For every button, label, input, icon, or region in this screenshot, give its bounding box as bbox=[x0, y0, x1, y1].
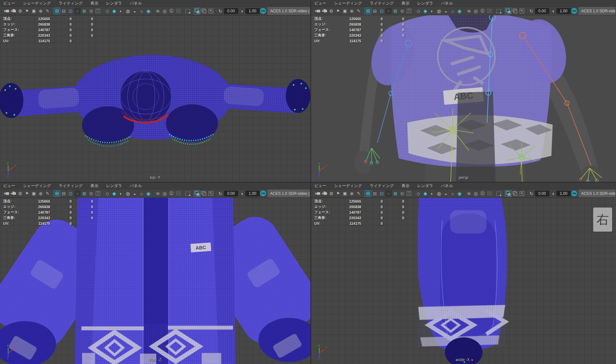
film-gate-icon[interactable] bbox=[372, 190, 378, 197]
resolution-gate-icon[interactable] bbox=[378, 8, 385, 14]
grease-pencil-icon[interactable] bbox=[519, 190, 525, 197]
safe-action-icon[interactable] bbox=[399, 8, 405, 14]
textured-display-icon[interactable] bbox=[118, 8, 124, 14]
head-top-mesh[interactable] bbox=[120, 71, 172, 123]
select-camera-icon[interactable] bbox=[314, 8, 321, 14]
menu-item-3[interactable]: 表示 bbox=[402, 183, 409, 189]
background-swatch-icon[interactable] bbox=[486, 8, 493, 14]
exposure-value-field[interactable]: 0.00 bbox=[535, 8, 549, 14]
exposure-value-field[interactable]: 0.00 bbox=[535, 191, 549, 196]
menu-item-2[interactable]: ライティング bbox=[370, 183, 394, 189]
xray-icon[interactable] bbox=[505, 8, 512, 14]
background-swatch-icon[interactable] bbox=[486, 190, 493, 197]
gamma-icon[interactable] bbox=[239, 8, 245, 14]
camera-attributes-icon[interactable] bbox=[328, 190, 335, 197]
xray-icon[interactable] bbox=[194, 190, 200, 197]
resolution-gate-icon[interactable] bbox=[67, 8, 74, 14]
colorspace-on-toggle[interactable]: ON bbox=[260, 8, 266, 14]
field-chart-icon[interactable] bbox=[392, 8, 399, 14]
exposure-icon[interactable] bbox=[528, 190, 535, 197]
fog-icon[interactable] bbox=[155, 8, 161, 14]
grid-toggle-icon[interactable] bbox=[365, 190, 371, 197]
menu-item-3[interactable]: 表示 bbox=[90, 183, 98, 189]
film-gate-icon[interactable] bbox=[61, 190, 67, 197]
lock-camera-icon[interactable] bbox=[10, 190, 17, 197]
gamma-value-field[interactable]: 1.00 bbox=[245, 8, 260, 14]
pan-zoom-2d-icon[interactable] bbox=[349, 190, 355, 197]
select-camera-icon[interactable] bbox=[3, 190, 10, 197]
exposure-value-field[interactable]: 0.00 bbox=[224, 8, 238, 14]
lock-camera-icon[interactable] bbox=[10, 8, 17, 14]
xray-icon[interactable] bbox=[505, 190, 512, 197]
depth-of-field-icon[interactable] bbox=[161, 190, 168, 197]
exposure-icon[interactable] bbox=[217, 8, 224, 14]
lock-camera-icon[interactable] bbox=[321, 190, 328, 197]
menu-item-2[interactable]: ライティング bbox=[370, 1, 394, 6]
field-chart-icon[interactable] bbox=[81, 8, 88, 14]
colorspace-on-toggle[interactable]: ON bbox=[571, 190, 577, 196]
viewport-front-canvas[interactable]: ABC bbox=[0, 198, 310, 364]
safe-title-icon[interactable] bbox=[95, 8, 101, 14]
oblique-tool-icon[interactable] bbox=[44, 190, 51, 197]
camera-attributes-icon[interactable] bbox=[17, 190, 23, 197]
motion-blur-icon[interactable] bbox=[145, 8, 152, 14]
viewport-persp-canvas[interactable]: ABC bbox=[311, 15, 616, 182]
textured-display-icon[interactable] bbox=[429, 8, 435, 14]
menu-item-0[interactable]: ビュー bbox=[3, 183, 15, 189]
menu-item-4[interactable]: レンダラ bbox=[106, 1, 122, 6]
gamma-icon[interactable] bbox=[239, 190, 245, 197]
menu-item-2[interactable]: ライティング bbox=[59, 183, 83, 189]
xray-joints-icon[interactable] bbox=[512, 8, 518, 14]
safe-action-icon[interactable] bbox=[88, 8, 94, 14]
image-plane-icon[interactable] bbox=[342, 190, 348, 197]
menu-item-1[interactable]: シェーディング bbox=[23, 183, 51, 189]
shadows-icon[interactable] bbox=[443, 8, 449, 14]
background-swatch-icon[interactable] bbox=[175, 190, 182, 197]
grease-pencil-icon[interactable] bbox=[208, 190, 214, 197]
gamma-icon[interactable] bbox=[550, 190, 556, 197]
screen-space-ao-icon[interactable] bbox=[138, 190, 145, 197]
wireframe-display-icon[interactable] bbox=[415, 190, 422, 197]
menu-item-4[interactable]: レンダラ bbox=[106, 183, 122, 189]
fog-icon[interactable] bbox=[466, 190, 472, 197]
isolate-select-icon[interactable] bbox=[185, 190, 191, 197]
gamma-value-field[interactable]: 1.00 bbox=[556, 191, 571, 196]
wireframe-display-icon[interactable] bbox=[415, 8, 422, 14]
grid-toggle-icon[interactable] bbox=[54, 8, 60, 14]
safe-action-icon[interactable] bbox=[399, 190, 405, 197]
gamma-icon[interactable] bbox=[550, 8, 556, 14]
gamma-value-field[interactable]: 1.00 bbox=[556, 8, 571, 14]
menu-item-1[interactable]: シェーディング bbox=[334, 1, 362, 6]
multisample-aa-icon[interactable] bbox=[168, 8, 175, 14]
multisample-aa-icon[interactable] bbox=[479, 190, 486, 197]
menu-item-3[interactable]: 表示 bbox=[402, 1, 409, 6]
multisample-aa-icon[interactable] bbox=[479, 8, 486, 14]
xray-icon[interactable] bbox=[194, 8, 200, 14]
shadows-icon[interactable] bbox=[131, 190, 138, 197]
resolution-gate-icon[interactable] bbox=[67, 190, 74, 197]
use-all-lights-icon[interactable] bbox=[436, 8, 442, 14]
wireframe-display-icon[interactable] bbox=[104, 8, 111, 14]
gate-mask-icon[interactable] bbox=[385, 8, 392, 14]
select-camera-icon[interactable] bbox=[314, 190, 321, 197]
colorspace-on-toggle[interactable]: ON bbox=[571, 8, 577, 14]
grid-toggle-icon[interactable] bbox=[54, 190, 60, 197]
depth-of-field-icon[interactable] bbox=[472, 190, 479, 197]
fog-icon[interactable] bbox=[466, 8, 472, 14]
oblique-tool-icon[interactable] bbox=[355, 190, 362, 197]
textured-display-icon[interactable] bbox=[118, 190, 124, 197]
menu-item-2[interactable]: ライティング bbox=[59, 1, 83, 6]
motion-blur-icon[interactable] bbox=[145, 190, 152, 197]
xray-joints-icon[interactable] bbox=[201, 8, 207, 14]
menu-item-0[interactable]: ビュー bbox=[314, 183, 326, 189]
pan-zoom-2d-icon[interactable] bbox=[349, 8, 355, 14]
oblique-tool-icon[interactable] bbox=[355, 8, 362, 14]
gate-mask-icon[interactable] bbox=[74, 190, 81, 197]
menu-item-5[interactable]: パネル bbox=[130, 183, 142, 189]
menu-item-5[interactable]: パネル bbox=[441, 1, 453, 6]
shaded-display-icon[interactable] bbox=[422, 8, 429, 14]
xray-joints-icon[interactable] bbox=[512, 190, 518, 197]
grid-toggle-icon[interactable] bbox=[365, 8, 371, 14]
depth-of-field-icon[interactable] bbox=[472, 8, 479, 14]
gate-mask-icon[interactable] bbox=[385, 190, 392, 197]
